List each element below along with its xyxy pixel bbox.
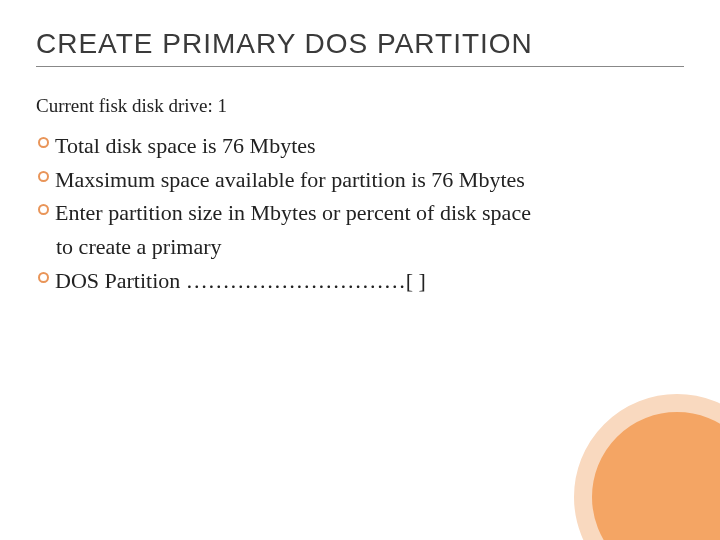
ring-bullet-icon (38, 137, 49, 148)
slide: CREATE PRIMARY DOS PARTITION Current fis… (0, 0, 720, 540)
ring-bullet-icon (38, 204, 49, 215)
bullet-text: Maxsimum space available for partition i… (55, 165, 684, 195)
ring-bullet-icon (38, 171, 49, 182)
list-item-continuation: to create a primary (38, 232, 684, 262)
list-item: Enter partition size in Mbytes or percen… (38, 198, 684, 228)
bullet-text: DOS Partition …………………………[ ] (55, 266, 684, 296)
bullet-text: to create a primary (56, 232, 684, 262)
bullet-list: Total disk space is 76 Mbytes Maxsimum s… (36, 131, 684, 295)
list-item: Total disk space is 76 Mbytes (38, 131, 684, 161)
page-title: CREATE PRIMARY DOS PARTITION (36, 28, 684, 60)
bullet-text: Total disk space is 76 Mbytes (55, 131, 684, 161)
list-item: Maxsimum space available for partition i… (38, 165, 684, 195)
list-item: DOS Partition …………………………[ ] (38, 266, 684, 296)
decorative-circle-icon (574, 394, 720, 540)
title-underline (36, 66, 684, 67)
current-drive-line: Current fisk disk drive: 1 (36, 95, 684, 117)
bullet-text: Enter partition size in Mbytes or percen… (55, 198, 684, 228)
ring-bullet-icon (38, 272, 49, 283)
